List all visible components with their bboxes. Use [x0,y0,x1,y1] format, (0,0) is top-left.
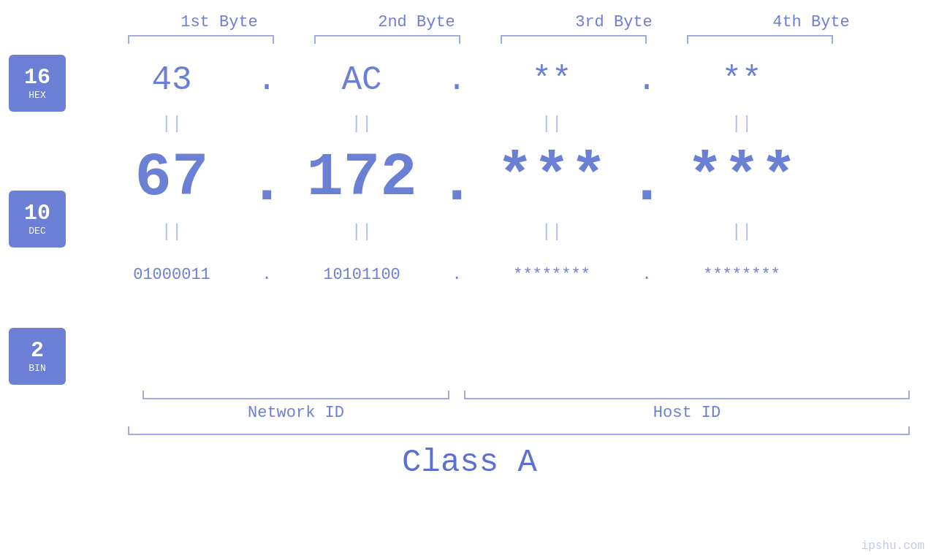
network-id-bracket [142,391,449,399]
column-headers: 1st Byte 2nd Byte 3rd Byte 4th Byte [121,0,939,31]
data-section: 16 HEX 10 DEC 2 BIN 43 . AC . ** [0,51,939,385]
eq-1-b4: || [665,114,818,134]
network-id-section: Network ID [128,391,464,422]
hex-badge: 16 HEX [9,55,66,112]
bin-b1: 01000011 [95,266,248,284]
host-id-label: Host ID [653,404,721,422]
col-header-4: 4th Byte [712,13,910,31]
bracket-top-1 [128,35,274,44]
eq-2-b4: || [665,222,818,242]
bin-dot-2: . [438,266,475,284]
bin-dot-3: . [628,266,665,284]
eq-2-b2: || [285,222,438,242]
eq-1-b3: || [475,114,628,134]
bin-badge-label: BIN [28,363,45,374]
bracket-top-4 [687,35,833,44]
hex-b3: ** [475,61,628,99]
dec-dot-2: . [438,148,475,218]
bin-row: 01000011 . 10101100 . ******** . *******… [95,245,939,304]
bracket-top-3 [501,35,647,44]
watermark: ipshu.com [862,540,924,553]
hex-b1: 43 [95,61,248,99]
col-header-2: 2nd Byte [318,13,515,31]
bin-b2: 10101100 [285,266,438,284]
col-header-3: 3rd Byte [515,13,712,31]
bracket-top-2 [314,35,460,44]
dec-b3: *** [475,143,628,212]
class-label: Class A [402,444,537,480]
hex-dot-1: . [248,61,285,99]
hex-dot-3: . [628,61,665,99]
dec-badge-label: DEC [28,226,45,237]
hex-badge-num: 16 [24,66,50,90]
dec-dot-1: . [248,148,285,218]
dec-dot-3: . [628,148,665,218]
badges-column: 16 HEX 10 DEC 2 BIN [0,51,95,385]
eq-2-b1: || [95,222,248,242]
hex-row: 43 . AC . ** . ** [95,51,939,110]
outer-bottom-bracket [128,426,910,435]
hex-b4: ** [665,61,818,99]
bottom-brackets-row: Network ID Host ID [128,391,910,422]
eq-1-b2: || [285,114,438,134]
bin-badge-num: 2 [31,339,44,363]
dec-badge: 10 DEC [9,191,66,248]
eq-2-b3: || [475,222,628,242]
eq-1-b1: || [95,114,248,134]
hex-badge-label: HEX [28,90,45,101]
dec-row: 67 . 172 . *** . *** [95,137,939,218]
hex-dot-2: . [438,61,475,99]
col-header-1: 1st Byte [121,13,318,31]
host-id-section: Host ID [464,391,910,422]
main-container: 1st Byte 2nd Byte 3rd Byte 4th Byte 16 H… [0,0,939,560]
network-id-label: Network ID [248,404,344,422]
eq-row-2: || || || || [95,218,939,245]
bin-badge: 2 BIN [9,328,66,385]
dec-badge-num: 10 [24,202,50,226]
dec-b2: 172 [285,143,438,212]
dec-b4: *** [665,143,818,212]
bin-b4: ******** [665,266,818,284]
class-label-container: Class A [0,444,939,480]
data-columns: 43 . AC . ** . ** || || || || 67 [95,51,939,385]
top-bracket-row [128,35,939,44]
dec-b1: 67 [95,143,248,212]
host-id-bracket [464,391,910,399]
bin-b3: ******** [475,266,628,284]
eq-row-1: || || || || [95,110,939,137]
hex-b2: AC [285,61,438,99]
bin-dot-1: . [248,266,285,284]
